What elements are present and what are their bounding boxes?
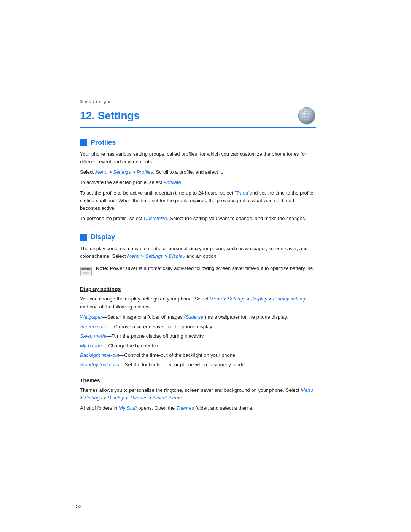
display-section-square <box>80 234 87 241</box>
option-backlight-sep: —Control the time-out of the backlight o… <box>119 352 237 358</box>
option-slide-set-label[interactable]: Slide set <box>186 314 205 320</box>
themes-settings-link[interactable]: Settings <box>84 395 102 401</box>
note-label: Note: <box>96 265 108 271</box>
profiles-timed-link[interactable]: Timed <box>234 190 248 196</box>
option-standby-font-label[interactable]: Standby font color <box>80 362 120 367</box>
ds-sep2: > <box>245 296 251 302</box>
option-standby-font: Standby font color—Set the font color of… <box>80 361 316 369</box>
themes-body1: Themes allows you to personalize the rin… <box>80 387 316 402</box>
themes-menu-link[interactable]: Menu <box>301 387 313 393</box>
option-my-banner-sep: —Change the banner text. <box>103 343 161 348</box>
ds-settings-link[interactable]: Settings <box>228 296 245 302</box>
themes-my-stuff-link[interactable]: My Stuff <box>119 405 137 411</box>
profiles-body3: To activate the selected profile, select… <box>80 179 316 186</box>
note-text: Note: Power saver is automatically activ… <box>96 265 314 272</box>
display-sep1: > <box>140 253 145 259</box>
profiles-body4-prefix: To set the profile to be active until a … <box>80 190 234 196</box>
profiles-menu-link[interactable]: Menu <box>95 169 108 175</box>
ds-display-link[interactable]: Display <box>251 296 268 302</box>
themes-body2-suffix: folder, and select a theme. <box>194 405 253 411</box>
display-settings-link[interactable]: Settings <box>145 253 163 259</box>
note-icon: NOTE <box>80 265 92 278</box>
chapter-title-text: 12. Settings <box>80 110 140 122</box>
page-number: 52 <box>76 503 81 509</box>
option-sleep-mode-label[interactable]: Sleep mode <box>80 333 106 339</box>
option-sleep-mode-sep: —Turn the phone display off during inact… <box>106 333 204 339</box>
svg-text:NOTE: NOTE <box>82 268 91 271</box>
page-container: S e t t i n g s 12. Settings <box>0 0 411 532</box>
profiles-profiles-link[interactable]: Profiles <box>137 169 153 175</box>
profiles-customize-link[interactable]: Customize <box>144 216 167 221</box>
themes-themes-link[interactable]: Themes <box>129 395 147 401</box>
ds-sep1: > <box>222 296 228 302</box>
themes-body2: A list of folders in My Stuff opens. Ope… <box>80 404 316 412</box>
display-settings-body1: You can change the display settings on y… <box>80 295 316 310</box>
option-wallpaper: Wallpaper—Set an image or a folder of im… <box>80 313 316 321</box>
themes-body2-middle: opens. Open the <box>137 405 176 411</box>
option-wallpaper-label[interactable]: Wallpaper <box>80 314 102 320</box>
display-section-title: Display <box>91 233 115 241</box>
option-sleep-mode: Sleep mode—Turn the phone display off du… <box>80 332 316 340</box>
chapter-title: 12. Settings <box>80 107 316 128</box>
profiles-settings-link[interactable]: Settings <box>113 169 131 175</box>
content-area: S e t t i n g s 12. Settings <box>72 0 339 453</box>
display-display-link[interactable]: Display <box>169 253 185 259</box>
profiles-body5-prefix: To personalize profile, select <box>80 216 144 221</box>
themes-sep2: > <box>102 395 108 401</box>
themes-themes-link2[interactable]: Themes <box>176 405 194 411</box>
ds-sep3: > <box>267 296 273 302</box>
display-sep2: > <box>163 253 169 259</box>
profiles-body1: Your phone has various setting groups, c… <box>80 150 316 166</box>
note-box: NOTE Note: Power saver is automatically … <box>80 265 316 278</box>
settings-icon <box>298 107 316 125</box>
profiles-body2-suffix: . Scroll to a profile, and select it. <box>153 169 223 175</box>
breadcrumb: S e t t i n g s <box>80 99 316 104</box>
display-menu-link[interactable]: Menu <box>127 253 140 259</box>
option-wallpaper-suffix: ) as a wallpaper for the phone display. <box>205 314 288 320</box>
themes-select-theme-link[interactable]: Select theme <box>153 395 182 401</box>
themes-sep4: > <box>147 395 153 401</box>
display-settings-subsection-title: Display settings <box>80 286 316 292</box>
option-standby-font-sep: —Set the font color of your phone when i… <box>120 362 246 367</box>
ds-display-settings-link[interactable]: Display settings <box>273 296 307 302</box>
option-backlight-label[interactable]: Backlight time-out <box>80 352 119 358</box>
option-screen-saver-sep: —Choose a screen saver for the phone dis… <box>109 324 213 329</box>
ds-body1-prefix: You can change the display settings on y… <box>80 296 210 302</box>
note-body: Power saver is automatically activated f… <box>110 265 314 271</box>
option-my-banner: My banner—Change the banner text. <box>80 342 316 350</box>
option-wallpaper-sep: —Set an image or a folder of images ( <box>102 314 186 320</box>
profiles-body3-suffix: . <box>181 179 183 185</box>
ds-body1-suffix: and one of the following options: <box>80 304 151 310</box>
profiles-body2-prefix: Select <box>80 169 95 175</box>
profiles-section-title: Profiles <box>91 139 116 147</box>
profiles-body3-prefix: To activate the selected profile, select <box>80 179 164 185</box>
option-screen-saver: Screen saver—Choose a screen saver for t… <box>80 323 316 331</box>
profiles-sep1: > <box>107 169 113 175</box>
option-screen-saver-label[interactable]: Screen saver <box>80 324 109 329</box>
profiles-section-square <box>80 139 87 146</box>
profiles-section-header: Profiles <box>80 139 316 147</box>
option-my-banner-label[interactable]: My banner <box>80 343 103 348</box>
profiles-body4: To set the profile to be active until a … <box>80 189 316 212</box>
display-body1: The display contains many elements for p… <box>80 245 316 260</box>
profiles-sep2: > <box>131 169 137 175</box>
themes-body2-prefix: A list of folders in <box>80 405 119 411</box>
profiles-body5-suffix: . Select the setting you want to change,… <box>167 216 306 221</box>
themes-body1-suffix: . <box>182 395 183 401</box>
ds-menu-link[interactable]: Menu <box>210 296 222 302</box>
profiles-activate-link[interactable]: Activate <box>164 179 181 185</box>
themes-display-link[interactable]: Display <box>108 395 124 401</box>
option-backlight: Backlight time-out—Control the time-out … <box>80 351 316 359</box>
themes-body1-prefix: Themes allows you to personalize the rin… <box>80 387 301 393</box>
themes-subsection-title: Themes <box>80 377 316 383</box>
display-section-header: Display <box>80 233 316 241</box>
profiles-body5: To personalize profile, select Customize… <box>80 215 316 222</box>
profiles-body2: Select Menu > Settings > Profiles. Scrol… <box>80 168 316 176</box>
display-body1-suffix: and an option. <box>185 253 218 259</box>
themes-sep1: > <box>80 395 84 401</box>
themes-sep3: > <box>124 395 130 401</box>
